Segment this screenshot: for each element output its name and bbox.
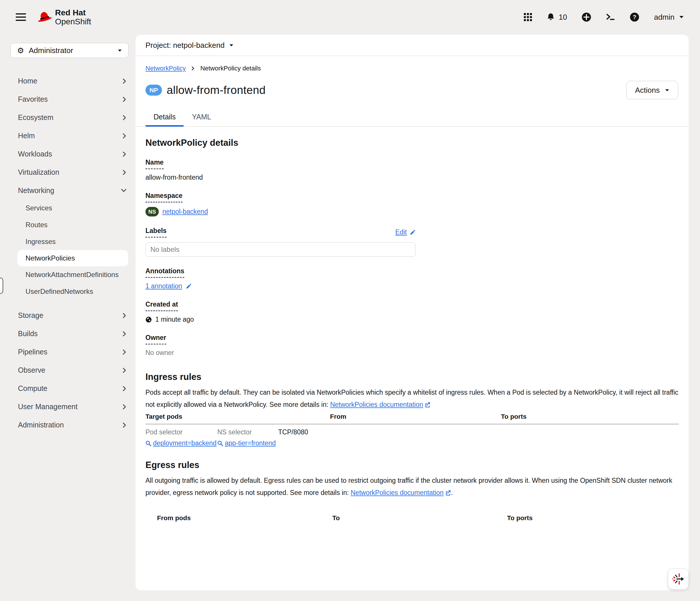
breadcrumb: NetworkPolicy NetworkPolicy details: [135, 56, 689, 72]
annotations-label: Annotations: [146, 267, 184, 278]
pod-selector-link[interactable]: deployment=backend: [153, 439, 217, 447]
caret-down-icon: [665, 89, 669, 92]
user-menu[interactable]: admin: [654, 13, 684, 22]
sidebar-item-label: Ingresses: [25, 237, 56, 246]
sidebar-item-label: NetworkAttachmentDefinitions: [25, 271, 119, 279]
brand-line1: Red Hat: [55, 8, 91, 17]
tab-bar: Details YAML: [135, 113, 689, 127]
sidebar-item-ingresses[interactable]: Ingresses: [0, 233, 135, 250]
tab-yaml[interactable]: YAML: [184, 113, 219, 126]
sidebar-item-label: User Management: [18, 402, 78, 411]
sidebar-item-user-management[interactable]: User Management: [0, 398, 135, 416]
terminal-icon: [606, 12, 615, 22]
sidebar-item-label: Builds: [18, 329, 38, 338]
terminal-button[interactable]: [606, 12, 615, 22]
actions-button[interactable]: Actions: [626, 81, 678, 99]
detail-annotations: Annotations 1 annotation: [146, 267, 679, 290]
breadcrumb-link-networkpolicy[interactable]: NetworkPolicy: [146, 65, 186, 72]
sidebar-item-label: Workloads: [18, 150, 52, 158]
labels-edit-button[interactable]: Edit: [395, 228, 416, 236]
owner-value: No owner: [146, 349, 174, 357]
sidebar-item-services[interactable]: Services: [0, 200, 135, 217]
egress-rules-heading: Egress rules: [146, 460, 679, 470]
chevron-right-icon: [123, 313, 126, 318]
sidebar-item-helm[interactable]: Helm: [0, 127, 135, 145]
sidebar-item-favorites[interactable]: Favorites: [0, 90, 135, 108]
actions-button-label: Actions: [635, 86, 660, 95]
app-launcher-button[interactable]: [524, 13, 532, 21]
sidebar-item-workloads[interactable]: Workloads: [0, 145, 135, 163]
annotations-link[interactable]: 1 annotation: [146, 282, 182, 290]
created-at-label: Created at: [146, 301, 178, 311]
bell-icon: [546, 13, 555, 21]
sidebar-item-virtualization[interactable]: Virtualization: [0, 163, 135, 181]
created-at-value: 1 minute ago: [155, 316, 194, 323]
sidebar-item-routes[interactable]: Routes: [0, 217, 135, 233]
import-button[interactable]: [581, 12, 591, 22]
sidebar-item-pipelines[interactable]: Pipelines: [0, 343, 135, 361]
sidebar-item-observe[interactable]: Observe: [0, 361, 135, 379]
question-circle-icon: ?: [630, 12, 640, 22]
notifications-button[interactable]: 10: [546, 13, 567, 22]
sidebar-nav: ⚙ Administrator Home Favorites Ecosystem…: [0, 34, 135, 601]
tab-details[interactable]: Details: [146, 113, 184, 126]
sidebar-item-compute[interactable]: Compute: [0, 379, 135, 398]
lightspeed-button[interactable]: [668, 569, 689, 590]
sidebar-item-label: Routes: [25, 221, 48, 229]
chevron-right-icon: [123, 78, 126, 84]
sidebar-item-userdefinednetworks[interactable]: UserDefinedNetworks: [0, 283, 135, 300]
name-value: allow-from-frontend: [146, 174, 679, 181]
sidebar-item-networkpolicies[interactable]: NetworkPolicies: [17, 250, 128, 266]
chevron-right-icon: [123, 133, 126, 139]
plus-circle-icon: [581, 12, 591, 22]
ingress-doc-link[interactable]: NetworkPolicies documentation: [330, 401, 423, 408]
notification-count: 10: [558, 13, 567, 22]
sidebar-item-home[interactable]: Home: [0, 72, 135, 90]
sidebar-item-builds[interactable]: Builds: [0, 325, 135, 343]
sidebar-item-label: Administration: [18, 421, 64, 429]
gear-icon: ⚙: [17, 47, 24, 54]
globe-icon: [146, 317, 152, 323]
sidebar-item-label: Services: [25, 204, 52, 212]
sidebar-item-label: Ecosystem: [18, 113, 53, 122]
ingress-col-to-ports: To ports: [501, 413, 679, 421]
sidebar-item-label: Compute: [18, 384, 47, 393]
egress-col-to: To: [332, 515, 507, 522]
drawer-handle[interactable]: [0, 278, 3, 294]
masthead-utilities: 10 ?: [524, 12, 684, 22]
breadcrumb-separator-icon: [192, 66, 194, 70]
labels-label: Labels: [146, 227, 167, 237]
sidebar-item-networking[interactable]: Networking: [0, 181, 135, 200]
namespace-kind-badge: NS: [146, 207, 159, 217]
chevron-right-icon: [123, 170, 126, 175]
ingress-rule-row: Pod selector deployment=backend NS selec…: [146, 428, 679, 447]
detail-labels: Labels Edit No labels: [146, 227, 416, 257]
caret-down-icon: [229, 44, 233, 47]
lightspeed-icon: [672, 572, 685, 586]
redhat-fedora-icon: [35, 10, 53, 24]
egress-doc-link[interactable]: NetworkPolicies documentation: [351, 489, 444, 496]
sidebar-item-administration[interactable]: Administration: [0, 416, 135, 434]
pencil-icon: [410, 229, 416, 235]
sidebar-item-label: Pipelines: [18, 348, 47, 356]
sidebar-item-ecosystem[interactable]: Ecosystem: [0, 108, 135, 127]
sidebar-item-networkattachmentdefinitions[interactable]: NetworkAttachmentDefinitions: [0, 266, 135, 283]
chevron-right-icon: [123, 423, 126, 428]
chevron-down-icon: [121, 189, 126, 193]
pencil-icon[interactable]: [186, 283, 192, 289]
sidebar-item-label: Virtualization: [18, 168, 59, 176]
sidebar-item-label: NetworkPolicies: [25, 254, 75, 262]
nav-toggle-hamburger-icon[interactable]: [16, 11, 26, 23]
help-button[interactable]: ?: [630, 12, 640, 22]
sidebar-item-storage[interactable]: Storage: [0, 306, 135, 325]
perspective-label: Administrator: [29, 46, 73, 55]
perspective-switcher[interactable]: ⚙ Administrator: [10, 43, 129, 58]
project-selector[interactable]: Project: netpol-backend: [135, 35, 689, 56]
sidebar-item-label: Favorites: [18, 95, 48, 103]
namespace-link[interactable]: netpol-backend: [162, 208, 208, 216]
networkpolicy-kind-badge: NP: [146, 84, 162, 96]
edit-label[interactable]: Edit: [395, 228, 407, 236]
ingress-description: Pods accept all traffic by default. They…: [146, 386, 679, 410]
ns-selector-link[interactable]: app-tier=frontend: [225, 439, 276, 447]
owner-label: Owner: [146, 334, 166, 345]
